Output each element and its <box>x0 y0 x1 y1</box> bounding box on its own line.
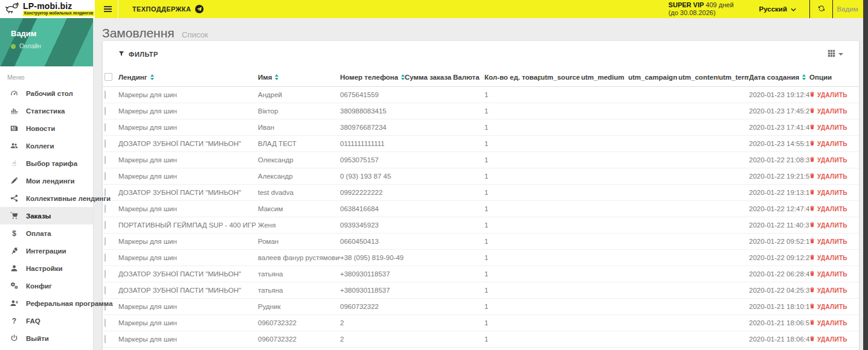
sidebar-item-payment[interactable]: $Оплата <box>0 224 93 242</box>
telegram-icon <box>195 5 204 13</box>
sidebar-item-referral[interactable]: Реферальная программа <box>0 294 93 312</box>
brand-logo[interactable]: LP-mobi.biz Конструктор мобильных лендин… <box>0 0 95 18</box>
cell-utm_medium <box>581 315 628 331</box>
delete-order-button[interactable]: УДАЛИТЬ <box>809 156 847 164</box>
row-checkbox[interactable] <box>104 286 106 294</box>
sidebar: Вадим Онлайн Меню Рабочий столСтатистика… <box>0 18 94 350</box>
row-checkbox[interactable] <box>104 107 106 115</box>
delete-order-button[interactable]: УДАЛИТЬ <box>809 205 847 212</box>
cell-landing: Маркеры для шин <box>118 201 258 217</box>
cell-qty: 1 <box>484 299 541 315</box>
language-selector[interactable]: Русский <box>759 5 796 13</box>
delete-order-button[interactable]: УДАЛИТЬ <box>809 336 847 343</box>
sidebar-item-my-landings[interactable]: Мои лендинги <box>0 172 93 189</box>
cell-utm_content <box>678 348 719 350</box>
column-header-1[interactable]: Лендинг <box>118 68 258 87</box>
column-header-9: utm_campaign <box>628 68 678 87</box>
cell-utm_medium <box>581 282 628 299</box>
user-menu[interactable]: Вадим <box>833 5 862 13</box>
sidebar-item-logout[interactable]: Выйти <box>0 329 93 347</box>
menu-section-label: Меню <box>0 66 93 84</box>
table-row: Маркеры для шин0960732322212020-01-21 18… <box>103 331 859 348</box>
caret-down-icon <box>838 53 843 56</box>
table-row: Маркеры для шинРудник096073232212020-01-… <box>103 299 859 315</box>
sidebar-item-shared-landings[interactable]: Коллективные лендинги <box>0 189 93 207</box>
delete-order-button[interactable]: УДАЛИТЬ <box>809 238 847 245</box>
delete-order-button[interactable]: УДАЛИТЬ <box>809 140 847 147</box>
support-link[interactable]: ТЕХПОДДЕРЖКА <box>132 5 204 13</box>
cell-utm_term <box>719 119 749 136</box>
row-checkbox[interactable] <box>104 205 106 213</box>
column-settings-button[interactable] <box>828 49 843 60</box>
refresh-icon <box>818 4 825 14</box>
filter-button[interactable]: ФИЛЬТР <box>118 51 158 58</box>
row-checkbox[interactable] <box>104 270 106 278</box>
column-header-8: utm_medium <box>581 68 628 87</box>
table-header-row: ЛендингИмяНомер телефонаСумма заказаВалю… <box>103 68 859 87</box>
table-row: Маркеры для шин0960732322212020-01-21 18… <box>103 315 859 331</box>
delete-order-button[interactable]: УДАЛИТЬ <box>809 221 847 229</box>
sidebar-item-faq[interactable]: ?FAQ <box>0 312 93 329</box>
cell-qty: 1 <box>484 168 541 185</box>
delete-order-button[interactable]: УДАЛИТЬ <box>809 107 847 115</box>
cell-utm_medium <box>581 136 628 152</box>
cell-sum <box>405 103 453 119</box>
column-header-3[interactable]: Номер телефона <box>340 68 405 87</box>
sidebar-item-config[interactable]: Конфиг <box>0 277 93 294</box>
select-all-checkbox[interactable] <box>104 73 112 81</box>
cell-sum <box>405 152 453 168</box>
cell-currency <box>453 299 484 315</box>
delete-order-button[interactable]: УДАЛИТЬ <box>809 303 847 310</box>
row-checkbox[interactable] <box>104 123 106 132</box>
delete-order-button[interactable]: УДАЛИТЬ <box>809 124 847 131</box>
delete-order-button[interactable]: УДАЛИТЬ <box>809 270 847 278</box>
grid-icon <box>828 49 835 60</box>
cell-name: валеев фанур рустямович <box>258 250 340 266</box>
sidebar-item-colleagues[interactable]: Коллеги <box>0 137 93 154</box>
refresh-button[interactable] <box>810 0 832 18</box>
cell-utm_term <box>719 348 749 350</box>
delete-order-button[interactable]: УДАЛИТЬ <box>809 189 847 196</box>
row-checkbox[interactable] <box>104 139 106 148</box>
delete-order-button[interactable]: УДАЛИТЬ <box>809 254 847 261</box>
cell-landing: ПОРТАТИВНЫЙ ГЕЙМПАД SUP - 400 ИГР В 1 <box>118 217 258 234</box>
row-checkbox[interactable] <box>104 253 106 262</box>
row-checkbox[interactable] <box>104 156 106 164</box>
sidebar-item-dashboard[interactable]: Рабочий стол <box>0 84 93 102</box>
row-checkbox[interactable] <box>104 221 106 229</box>
sidebar-item-stats[interactable]: Статистика <box>0 102 93 119</box>
vertical-scrollbar[interactable] <box>863 0 868 350</box>
cell-landing: Маркеры для шин <box>118 299 258 315</box>
sidebar-item-integrations[interactable]: Интеграции <box>0 242 93 259</box>
sidebar-item-settings[interactable]: Настройки <box>0 259 93 277</box>
cell-landing: Маркеры для шин <box>118 250 258 266</box>
delete-order-button[interactable]: УДАЛИТЬ <box>809 319 847 326</box>
sidebar-item-news[interactable]: Новости <box>0 119 93 137</box>
column-header-2[interactable]: Имя <box>258 68 340 87</box>
users-icon <box>10 142 19 150</box>
sort-icon <box>802 74 806 80</box>
sidebar-item-label: Настройки <box>26 265 63 272</box>
sidebar-item-tariff[interactable]: ☝Выбор тарифа <box>0 154 93 172</box>
delete-order-button[interactable]: УДАЛИТЬ <box>809 91 847 98</box>
cell-utm_campaign <box>628 217 678 234</box>
column-header-12[interactable]: Дата создания <box>749 68 809 87</box>
delete-order-button[interactable]: УДАЛИТЬ <box>809 173 847 180</box>
row-checkbox[interactable] <box>104 172 106 180</box>
plug-icon <box>10 247 19 255</box>
sidebar-item-orders[interactable]: Заказы <box>0 207 93 224</box>
page-header: Замовлення Список <box>94 18 868 40</box>
cell-utm_source <box>541 331 581 348</box>
row-checkbox[interactable] <box>104 319 106 327</box>
trash-icon <box>809 303 815 310</box>
menu-toggle-button[interactable] <box>100 0 115 18</box>
row-checkbox[interactable] <box>104 237 106 246</box>
cell-sum <box>405 136 453 152</box>
cell-utm_campaign <box>628 250 678 266</box>
table-row: Маркеры для шинАртём067465389812020-01-2… <box>103 348 859 350</box>
cell-landing: Маркеры для шин <box>118 168 258 185</box>
trash-icon <box>809 238 815 245</box>
delete-order-button[interactable]: УДАЛИТЬ <box>809 287 847 294</box>
row-checkbox[interactable] <box>104 91 106 99</box>
row-checkbox[interactable] <box>104 335 106 343</box>
